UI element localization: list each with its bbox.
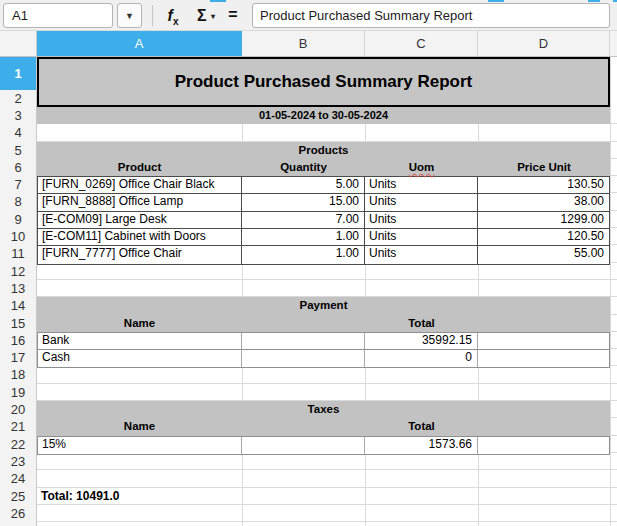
product-name-cell[interactable]: [E-COM09] Large Desk: [38, 212, 242, 228]
row-header-26[interactable]: 26: [0, 505, 36, 522]
row-header-1[interactable]: 1: [0, 57, 36, 90]
table-row: 15% 1573.66: [38, 437, 609, 454]
empty-header-cell[interactable]: [478, 418, 610, 435]
price-unit-cell[interactable]: 55.00: [478, 246, 609, 263]
empty-cell[interactable]: [478, 350, 609, 367]
row-header-15[interactable]: 15: [0, 315, 36, 332]
formula-button[interactable]: =: [222, 3, 244, 28]
row-header-7[interactable]: 7: [0, 176, 36, 193]
products-header-product[interactable]: Product: [37, 159, 242, 176]
table-row: Cash 0: [38, 350, 609, 367]
column-header-b[interactable]: B: [242, 31, 365, 56]
row-header-6[interactable]: 6: [0, 159, 36, 176]
column-header-c[interactable]: C: [365, 31, 478, 56]
name-box-input[interactable]: A1: [3, 3, 113, 28]
row-header-3[interactable]: 3: [0, 107, 36, 124]
row-header-2[interactable]: 2: [0, 90, 36, 107]
row-header-9[interactable]: 9: [0, 211, 36, 228]
price-unit-cell[interactable]: 38.00: [478, 194, 609, 210]
products-header-quantity[interactable]: Quantity: [242, 159, 365, 176]
taxes-header-total[interactable]: Total: [365, 418, 478, 435]
report-title-cell[interactable]: Product Purchased Summary Report: [37, 57, 610, 107]
product-name-cell[interactable]: [FURN_0269] Office Chair Black: [38, 177, 242, 193]
empty-cell[interactable]: [242, 437, 365, 454]
empty-cell[interactable]: [242, 350, 365, 367]
row-header-24[interactable]: 24: [0, 470, 36, 487]
tax-name-cell[interactable]: 15%: [38, 437, 242, 454]
column-header-e-sliver[interactable]: [610, 31, 617, 56]
column-headers: A B C D: [0, 31, 617, 57]
select-all-corner[interactable]: [0, 31, 37, 56]
table-row: [FURN_7777] Office Chair 1.00 Units 55.0…: [38, 246, 609, 263]
row-header-23[interactable]: 23: [0, 453, 36, 470]
row-header-8[interactable]: 8: [0, 193, 36, 210]
price-unit-cell[interactable]: 1299.00: [478, 212, 609, 228]
row-header-20[interactable]: 20: [0, 401, 36, 418]
cell-grid[interactable]: Product Purchased Summary Report 01-05-2…: [37, 57, 617, 526]
row-header-12[interactable]: 12: [0, 263, 36, 280]
taxes-header-name[interactable]: Name: [37, 418, 242, 435]
quantity-cell[interactable]: 15.00: [242, 194, 365, 210]
payment-header-name[interactable]: Name: [37, 315, 242, 332]
table-row: [FURN_0269] Office Chair Black 5.00 Unit…: [38, 177, 609, 194]
row-header-11[interactable]: 11: [0, 245, 36, 262]
row-header-4[interactable]: 4: [0, 124, 36, 141]
price-unit-cell[interactable]: 120.50: [478, 229, 609, 245]
product-name-cell[interactable]: [FURN_7777] Office Chair: [38, 246, 242, 263]
table-row: [FURN_8888] Office Lamp 15.00 Units 38.0…: [38, 194, 609, 211]
quantity-cell[interactable]: 1.00: [242, 246, 365, 263]
row-header-19[interactable]: 19: [0, 384, 36, 401]
row-header-22[interactable]: 22: [0, 436, 36, 453]
autosum-button[interactable]: Σ ▾: [189, 3, 223, 28]
products-header-uom[interactable]: Uom: [365, 159, 478, 176]
name-box-dropdown-button[interactable]: ▼: [117, 3, 142, 28]
empty-cell[interactable]: [242, 333, 365, 349]
price-unit-cell[interactable]: 130.50: [478, 177, 609, 193]
row-header-10[interactable]: 10: [0, 228, 36, 245]
empty-header-cell[interactable]: [242, 418, 365, 435]
quantity-cell[interactable]: 1.00: [242, 229, 365, 245]
empty-cell[interactable]: [478, 437, 609, 454]
uom-cell[interactable]: Units: [365, 194, 478, 210]
uom-cell[interactable]: Units: [365, 212, 478, 228]
row-header-17[interactable]: 17: [0, 349, 36, 366]
row-header-25[interactable]: 25: [0, 488, 36, 505]
grand-total-cell[interactable]: Total: 10491.0: [37, 488, 610, 505]
column-header-a[interactable]: A: [37, 31, 242, 56]
formula-toolbar: A1 ▼ fx Σ ▾ = Product Purchased Summary …: [0, 0, 617, 31]
product-name-cell[interactable]: [E-COM11] Cabinet with Doors: [38, 229, 242, 245]
row-header-14[interactable]: 14: [0, 297, 36, 314]
payment-name-cell[interactable]: Bank: [38, 333, 242, 349]
function-wizard-button[interactable]: fx: [159, 3, 187, 28]
row-header-18[interactable]: 18: [0, 366, 36, 383]
row-header-27[interactable]: 27: [0, 522, 36, 526]
tax-total-cell[interactable]: 1573.66: [365, 437, 478, 454]
payment-table: Bank 35992.15 Cash 0: [37, 332, 610, 369]
uom-cell[interactable]: Units: [365, 177, 478, 193]
row-header-16[interactable]: 16: [0, 332, 36, 349]
uom-cell[interactable]: Units: [365, 229, 478, 245]
grid-vertical-line: [365, 57, 366, 526]
formula-bar-input[interactable]: Product Purchased Summary Report: [252, 3, 610, 28]
taxes-section-title[interactable]: Taxes: [37, 401, 610, 418]
row-header-21[interactable]: 21: [0, 418, 36, 435]
uom-cell[interactable]: Units: [365, 246, 478, 263]
row-header-5[interactable]: 5: [0, 142, 36, 159]
payment-header-total[interactable]: Total: [365, 315, 478, 332]
products-header-price-unit[interactable]: Price Unit: [478, 159, 610, 176]
products-section: Products Product Quantity Uom Price Unit…: [37, 142, 610, 265]
quantity-cell[interactable]: 7.00: [242, 212, 365, 228]
row-header-13[interactable]: 13: [0, 280, 36, 297]
payment-total-cell[interactable]: 35992.15: [365, 333, 478, 349]
payment-name-cell[interactable]: Cash: [38, 350, 242, 367]
empty-header-cell[interactable]: [478, 315, 610, 332]
product-name-cell[interactable]: [FURN_8888] Office Lamp: [38, 194, 242, 210]
column-header-d[interactable]: D: [478, 31, 610, 56]
empty-cell[interactable]: [478, 333, 609, 349]
payment-section-title[interactable]: Payment: [37, 297, 610, 314]
payment-total-cell[interactable]: 0: [365, 350, 478, 367]
products-section-title[interactable]: Products: [37, 142, 610, 159]
empty-header-cell[interactable]: [242, 315, 365, 332]
quantity-cell[interactable]: 5.00: [242, 177, 365, 193]
date-range-cell[interactable]: 01-05-2024 to 30-05-2024: [37, 107, 610, 124]
